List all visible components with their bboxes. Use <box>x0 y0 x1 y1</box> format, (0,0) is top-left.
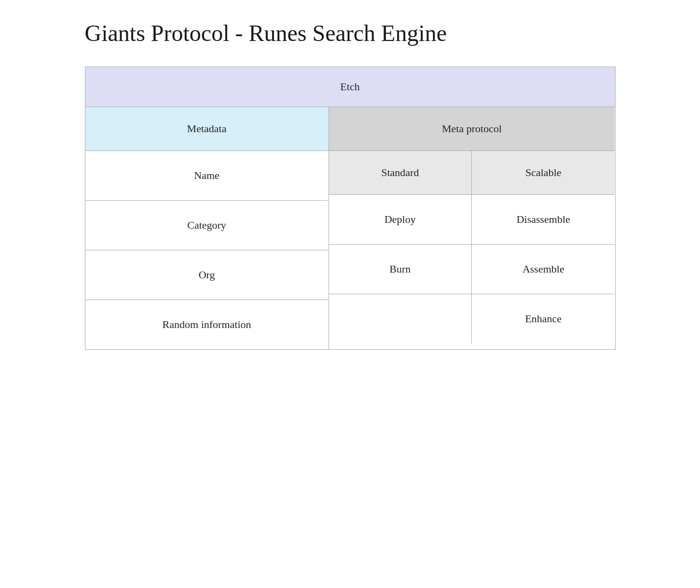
burn-cell: Burn <box>329 245 472 294</box>
burn-label: Burn <box>389 263 411 275</box>
left-item-category-label: Category <box>187 219 226 232</box>
meta-protocol-header: Meta protocol <box>329 107 615 151</box>
left-item-org-label: Org <box>199 269 215 281</box>
meta-protocol-label: Meta protocol <box>442 123 502 135</box>
assemble-label: Assemble <box>522 263 564 275</box>
etch-label: Etch <box>340 81 359 93</box>
standard-label: Standard <box>381 166 419 179</box>
deploy-label: Deploy <box>384 213 416 226</box>
disassemble-cell: Disassemble <box>472 195 615 244</box>
right-item-row-1: Burn Assemble <box>329 245 615 294</box>
etch-row: Etch <box>85 67 615 107</box>
empty-cell <box>329 294 472 343</box>
left-item-category: Category <box>85 201 329 250</box>
right-sub-header: Standard Scalable <box>329 151 615 195</box>
page-title: Giants Protocol - Runes Search Engine <box>85 19 616 47</box>
left-item-org: Org <box>85 250 329 300</box>
diagram: Etch Metadata Name Category Org <box>85 67 616 350</box>
page-container: Giants Protocol - Runes Search Engine Et… <box>85 19 616 350</box>
left-item-name: Name <box>85 151 329 201</box>
left-item-random-info-label: Random information <box>163 318 251 331</box>
main-content-row: Metadata Name Category Org Random inform… <box>85 107 615 349</box>
standard-header: Standard <box>329 151 472 194</box>
metadata-label: Metadata <box>187 123 227 135</box>
scalable-label: Scalable <box>525 166 562 179</box>
right-column: Meta protocol Standard Scalable Deplo <box>329 107 615 349</box>
right-item-row-2: Enhance <box>329 294 615 343</box>
left-items-list: Name Category Org Random information <box>85 151 329 349</box>
enhance-label: Enhance <box>525 313 562 325</box>
enhance-cell: Enhance <box>472 294 615 343</box>
left-item-random-info: Random information <box>85 300 329 349</box>
metadata-header: Metadata <box>85 107 329 151</box>
right-item-row-0: Deploy Disassemble <box>329 195 615 245</box>
deploy-cell: Deploy <box>329 195 472 244</box>
left-column: Metadata Name Category Org Random inform… <box>85 107 329 349</box>
right-items-list: Deploy Disassemble Burn Assemble <box>329 195 615 343</box>
scalable-header: Scalable <box>472 151 615 194</box>
assemble-cell: Assemble <box>472 245 615 294</box>
left-item-name-label: Name <box>194 169 220 182</box>
disassemble-label: Disassemble <box>517 213 570 226</box>
